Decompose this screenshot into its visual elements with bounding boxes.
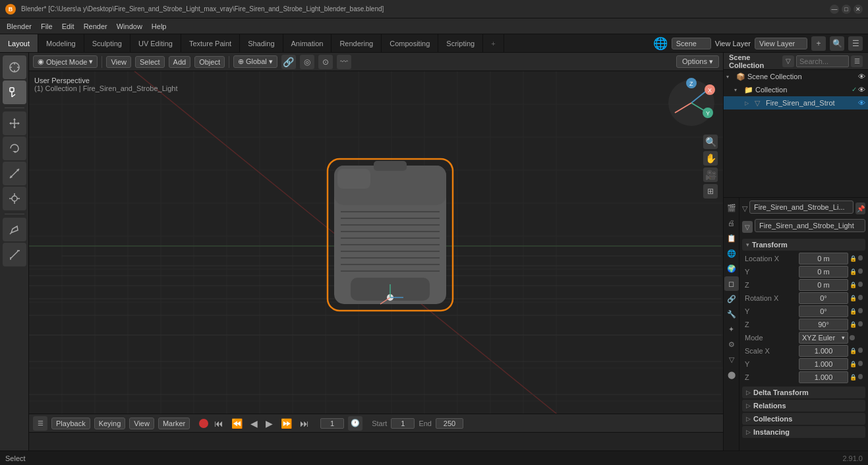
outliner-item-collection[interactable]: ▾ 📁 Collection ✓ 👁 bbox=[724, 83, 868, 96]
prop-world-icon[interactable]: 🌍 bbox=[724, 261, 739, 276]
scale-z-dot[interactable] bbox=[858, 374, 863, 379]
scene-input[interactable] bbox=[672, 38, 711, 49]
outliner-item-scene-collection[interactable]: ▾ 📦 Scene Collection 👁 bbox=[724, 70, 868, 83]
menu-help[interactable]: Help bbox=[148, 21, 171, 32]
play-reverse-btn[interactable]: ◀ bbox=[248, 418, 260, 429]
scale-x-dot[interactable] bbox=[858, 348, 863, 353]
time-display-btn[interactable]: 🕐 bbox=[348, 416, 362, 431]
scale-x-lock[interactable]: 🔒 bbox=[850, 348, 857, 354]
menu-blender[interactable]: Blender bbox=[3, 21, 36, 32]
delta-transform-header[interactable]: ▷ Delta Transform bbox=[742, 387, 865, 398]
rotation-z-value[interactable]: 90° bbox=[799, 319, 848, 330]
tab-scripting[interactable]: Scripting bbox=[438, 34, 483, 52]
scene-collection-visibility[interactable]: 👁 bbox=[858, 73, 865, 80]
navigation-gizmo[interactable]: Y Z X bbox=[665, 77, 718, 129]
scale-z-value[interactable]: 1.000 bbox=[799, 371, 848, 383]
proportional-edit-btn[interactable]: ◎ bbox=[300, 55, 314, 69]
location-x-value[interactable]: 0 m bbox=[799, 253, 848, 264]
scale-z-lock[interactable]: 🔒 bbox=[850, 374, 857, 381]
collections-header[interactable]: ▷ Collections bbox=[742, 413, 865, 425]
location-z-lock[interactable]: 🔒 bbox=[850, 282, 857, 288]
select-menu[interactable]: Select bbox=[135, 56, 165, 68]
object-data-input[interactable]: Fire_Siren_and_Strobe_Light bbox=[755, 219, 865, 232]
outliner-filter-btn[interactable]: ▽ bbox=[782, 55, 794, 67]
outliner-options-btn[interactable]: ☰ bbox=[851, 55, 863, 67]
view-zoom-btn[interactable]: 🔍 bbox=[703, 135, 718, 149]
collection-checkbox[interactable]: ✓ bbox=[852, 86, 857, 94]
close-button[interactable]: ✕ bbox=[854, 5, 863, 14]
location-x-dot[interactable] bbox=[858, 255, 863, 261]
scale-y-lock[interactable]: 🔒 bbox=[850, 361, 857, 367]
camera-view-btn[interactable]: 🎥 bbox=[703, 168, 718, 182]
transform-tool-btn[interactable] bbox=[3, 187, 26, 210]
options-button[interactable]: Options ▾ bbox=[676, 55, 719, 68]
location-y-dot[interactable] bbox=[858, 268, 863, 274]
prop-output-icon[interactable]: 🖨 bbox=[724, 216, 739, 230]
transform-header[interactable]: ▾ Transform bbox=[742, 239, 865, 251]
menu-edit[interactable]: Edit bbox=[58, 21, 78, 32]
rotation-x-lock[interactable]: 🔒 bbox=[850, 295, 857, 301]
jump-to-end-btn[interactable]: ⏭ bbox=[298, 418, 311, 429]
rotation-x-dot[interactable] bbox=[858, 295, 863, 300]
play-btn[interactable]: ▶ bbox=[264, 418, 275, 429]
timeline-menu-btn[interactable]: ☰ bbox=[33, 416, 47, 431]
tab-compositing[interactable]: Compositing bbox=[382, 34, 438, 52]
rotation-y-dot[interactable] bbox=[858, 308, 863, 313]
options-icon-btn[interactable]: ☰ bbox=[848, 36, 863, 51]
move-tool-btn[interactable] bbox=[3, 111, 26, 135]
location-x-lock[interactable]: 🔒 bbox=[850, 255, 857, 262]
prop-render-icon[interactable]: 🎬 bbox=[724, 201, 739, 215]
tab-sculpting[interactable]: Sculpting bbox=[84, 34, 130, 52]
viewport-3d[interactable]: ◉ Object Mode ▾ View Select Add Object ⊕… bbox=[29, 53, 723, 414]
tab-modeling[interactable]: Modeling bbox=[38, 34, 84, 52]
prop-modifiers-icon[interactable]: 🔧 bbox=[724, 307, 739, 321]
collection-visibility[interactable]: 👁 bbox=[858, 86, 865, 94]
playback-menu[interactable]: Playback bbox=[51, 418, 90, 429]
prop-view-layer-icon[interactable]: 📋 bbox=[724, 231, 739, 245]
view-layer-input[interactable] bbox=[755, 38, 807, 49]
jump-to-start-btn[interactable]: ⏮ bbox=[212, 418, 225, 429]
add-menu[interactable]: Add bbox=[169, 56, 191, 68]
mode-value[interactable]: XYZ Euler ▾ bbox=[799, 332, 848, 344]
outliner-search-input[interactable] bbox=[796, 55, 849, 67]
viewport-canvas[interactable]: User Perspective (1) Collection | Fire_S… bbox=[29, 71, 723, 414]
timeline-bar[interactable]: -70 -40 -10 20 50 80 110 140 170 200 230 bbox=[29, 433, 723, 450]
menu-render[interactable]: Render bbox=[80, 21, 111, 32]
prop-material-icon[interactable]: ⬤ bbox=[724, 367, 739, 382]
grease-pencil-btn[interactable]: 〰 bbox=[337, 55, 351, 69]
relations-header[interactable]: ▷ Relations bbox=[742, 400, 865, 412]
maximize-button[interactable]: □ bbox=[842, 5, 851, 14]
tab-animation[interactable]: Animation bbox=[283, 34, 332, 52]
end-frame-input[interactable]: 250 bbox=[436, 418, 463, 429]
menu-file[interactable]: File bbox=[37, 21, 57, 32]
prop-particles-icon[interactable]: ✦ bbox=[724, 322, 739, 336]
ortho-view-btn[interactable]: ⊞ bbox=[703, 184, 718, 199]
select-tool-btn[interactable] bbox=[3, 80, 26, 104]
view-menu-timeline[interactable]: View bbox=[129, 418, 154, 429]
start-frame-input[interactable]: 1 bbox=[391, 418, 415, 429]
tab-layout[interactable]: Layout bbox=[0, 34, 38, 52]
marker-menu[interactable]: Marker bbox=[158, 418, 190, 429]
keying-menu[interactable]: Keying bbox=[94, 418, 126, 429]
location-z-value[interactable]: 0 m bbox=[799, 279, 848, 291]
search-btn[interactable]: 🔍 bbox=[830, 36, 844, 51]
menu-window[interactable]: Window bbox=[113, 21, 146, 32]
next-frame-btn[interactable]: ⏩ bbox=[279, 418, 294, 429]
tab-uv-editing[interactable]: UV Editing bbox=[130, 34, 181, 52]
current-frame-input[interactable]: 1 bbox=[320, 418, 344, 429]
location-y-lock[interactable]: 🔒 bbox=[850, 268, 857, 275]
scale-x-value[interactable]: 1.000 bbox=[799, 345, 848, 357]
object-mode-dropdown[interactable]: ◉ Object Mode ▾ bbox=[33, 55, 98, 68]
tab-rendering[interactable]: Rendering bbox=[332, 34, 382, 52]
tab-texture-paint[interactable]: Texture Paint bbox=[181, 34, 240, 52]
rotate-tool-btn[interactable] bbox=[3, 137, 26, 160]
object-name-input[interactable]: Fire_Siren_and_Strobe_Li... bbox=[749, 201, 854, 214]
tab-add[interactable]: + bbox=[483, 34, 504, 52]
rotation-z-lock[interactable]: 🔒 bbox=[850, 321, 857, 328]
record-button[interactable] bbox=[199, 419, 208, 428]
rotation-x-value[interactable]: 0° bbox=[799, 292, 848, 304]
location-y-value[interactable]: 0 m bbox=[799, 266, 848, 278]
snap-btn[interactable]: 🔗 bbox=[281, 55, 296, 69]
object-menu[interactable]: Object bbox=[194, 56, 225, 68]
rotation-y-lock[interactable]: 🔒 bbox=[850, 308, 857, 315]
